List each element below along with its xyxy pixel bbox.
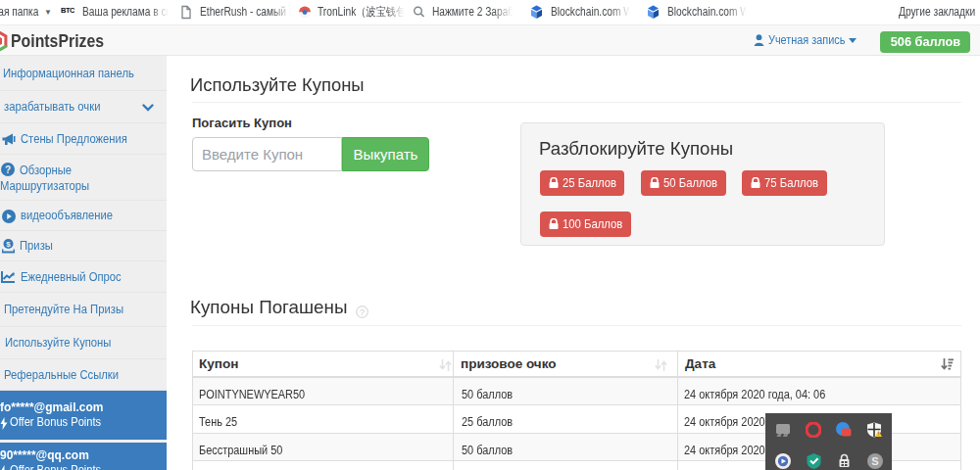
- svg-text:S: S: [871, 455, 878, 467]
- svg-text:BTC: BTC: [61, 6, 74, 15]
- svg-text:!: !: [878, 431, 879, 437]
- svg-text:?: ?: [5, 164, 11, 175]
- svg-text:?: ?: [360, 307, 365, 317]
- svg-text:$: $: [6, 240, 11, 249]
